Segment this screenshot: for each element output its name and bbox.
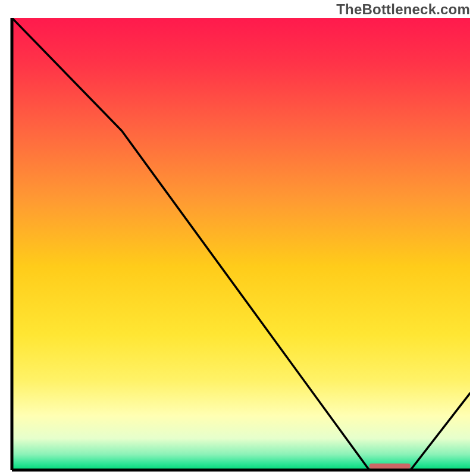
- optimal-range-marker: [369, 464, 411, 469]
- chart-background: [12, 18, 470, 470]
- bottleneck-chart: [0, 0, 476, 476]
- watermark-text: TheBottleneck.com: [336, 1, 470, 18]
